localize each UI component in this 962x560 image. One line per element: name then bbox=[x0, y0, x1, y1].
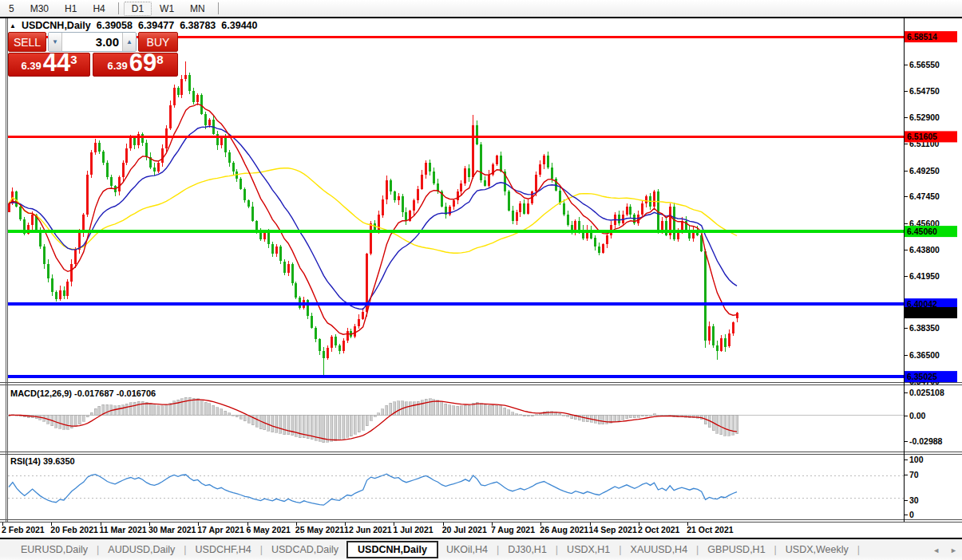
chart-tab-UKOil-H4[interactable]: UKOil,H4 bbox=[438, 542, 496, 558]
svg-text:0.00: 0.00 bbox=[909, 411, 926, 420]
window-frame-divider bbox=[0, 17, 962, 18]
svg-text:6.56550: 6.56550 bbox=[909, 60, 940, 69]
buy-price-display[interactable]: 6.39698 bbox=[93, 53, 178, 77]
tab-separator: | bbox=[857, 544, 860, 555]
date-tick-label: 26 Aug 2021 bbox=[540, 525, 588, 534]
ohlc-high: 6.39477 bbox=[138, 20, 174, 31]
chart-tab-USDCAD-Daily[interactable]: USDCAD,Daily bbox=[263, 542, 346, 558]
date-tick-label: 21 Oct 2021 bbox=[687, 525, 734, 534]
chart-tab-XAUUSD-H4[interactable]: XAUUSD,H4 bbox=[623, 542, 696, 558]
date-tick-label: 1 Jul 2021 bbox=[393, 525, 433, 534]
svg-text:6.35025: 6.35025 bbox=[907, 372, 937, 381]
tab-separator: | bbox=[619, 544, 621, 555]
svg-text:6.38350: 6.38350 bbox=[909, 323, 940, 333]
date-tick-label: 25 May 2021 bbox=[295, 525, 344, 534]
svg-text:6.41950: 6.41950 bbox=[909, 271, 940, 281]
timeframe-H1[interactable]: H1 bbox=[57, 2, 85, 16]
svg-text:70: 70 bbox=[909, 470, 919, 479]
date-tick-label: 2 Feb 2021 bbox=[2, 525, 45, 534]
svg-text:30: 30 bbox=[909, 495, 919, 505]
date-tick-label: 6 May 2021 bbox=[247, 525, 291, 534]
svg-text:-0.02988: -0.02988 bbox=[909, 436, 943, 446]
tab-separator: | bbox=[497, 544, 499, 555]
sell-button[interactable]: SELL bbox=[8, 32, 46, 52]
rsi-label: RSI(14) 39.6350 bbox=[10, 456, 75, 466]
toolbar-separator bbox=[218, 2, 219, 14]
svg-text:100: 100 bbox=[909, 455, 924, 464]
current-price-label: 6.39440 bbox=[905, 307, 957, 318]
chart-tab-USDCNH-Daily[interactable]: USDCNH,Daily bbox=[346, 541, 438, 558]
svg-text:6.49250: 6.49250 bbox=[909, 166, 940, 175]
level-price-label: 6.45060 bbox=[905, 226, 957, 237]
tab-scroll-left-icon[interactable]: ◄ bbox=[932, 546, 940, 554]
chart-tab-USDCHF-H4[interactable]: USDCHF,H4 bbox=[188, 542, 259, 558]
date-tick-label: 17 Apr 2021 bbox=[197, 525, 244, 534]
svg-text:6.54750: 6.54750 bbox=[909, 86, 940, 96]
chart-tabs-bar: EURUSD,Daily|AUDUSD,Daily|USDCHF,H4|USDC… bbox=[0, 538, 962, 560]
svg-text:6.45060: 6.45060 bbox=[907, 227, 937, 236]
date-tick-label: 14 Sep 2021 bbox=[589, 525, 637, 534]
svg-text:6.43800: 6.43800 bbox=[909, 245, 940, 254]
timeframe-toolbar: 5M30H1H4D1W1MN bbox=[0, 0, 962, 17]
timeframe-W1[interactable]: W1 bbox=[152, 2, 182, 16]
tab-separator: | bbox=[260, 544, 263, 555]
tab-separator: | bbox=[184, 544, 186, 555]
ma-line-22 bbox=[9, 126, 737, 309]
timeframe-5[interactable]: 5 bbox=[1, 2, 22, 16]
chart-title: USDCNH,Daily bbox=[22, 20, 91, 31]
chart-tabs-list: EURUSD,Daily|AUDUSD,Daily|USDCHF,H4|USDC… bbox=[13, 541, 861, 558]
svg-text:6.36500: 6.36500 bbox=[909, 350, 940, 360]
timeframe-MN[interactable]: MN bbox=[182, 2, 213, 16]
one-click-trading-panel: SELL ▼ ▲ BUY 6.39443 6.39698 bbox=[8, 32, 178, 77]
ask-price-pip: 8 bbox=[156, 53, 163, 65]
timeframe-H4[interactable]: H4 bbox=[85, 2, 113, 16]
ohlc-close: 6.39440 bbox=[221, 20, 257, 31]
date-tick-label: 12 Jun 2021 bbox=[344, 525, 392, 534]
level-price-label: 6.58514 bbox=[905, 31, 957, 42]
ohlc-open: 6.39058 bbox=[97, 20, 133, 31]
macd-label: MACD(12,26,9) -0.017687 -0.016706 bbox=[10, 388, 156, 398]
tab-separator: | bbox=[556, 544, 558, 555]
svg-text:0.025108: 0.025108 bbox=[909, 388, 944, 397]
tab-separator: | bbox=[97, 544, 99, 555]
rsi-line bbox=[9, 474, 737, 505]
chart-canvas[interactable]: 6.565506.547506.529006.511006.492506.474… bbox=[0, 0, 962, 560]
collapse-icon[interactable]: ▲ bbox=[10, 22, 16, 30]
macd-histogram bbox=[8, 397, 738, 442]
tab-separator: | bbox=[774, 544, 777, 555]
chart-tab-USDX-Weekly[interactable]: USDX,Weekly bbox=[778, 542, 857, 558]
svg-text:6.47450: 6.47450 bbox=[909, 191, 940, 201]
sell-price-display[interactable]: 6.39443 bbox=[8, 53, 90, 77]
level-price-label: 6.51605 bbox=[905, 131, 957, 142]
toolbar-separator bbox=[118, 2, 119, 14]
date-tick-label: 20 Jul 2021 bbox=[442, 525, 487, 534]
bid-price-prefix: 6.39 bbox=[21, 58, 41, 75]
date-tick-label: 30 Mar 2021 bbox=[148, 525, 196, 534]
tab-scroll-arrows: ◄ ► bbox=[932, 546, 957, 554]
level-price-label: 6.35025 bbox=[905, 371, 957, 382]
bid-price-main: 44 bbox=[43, 52, 70, 75]
date-tick-label: 2 Oct 2021 bbox=[638, 525, 680, 534]
timeframe-M30[interactable]: M30 bbox=[22, 2, 57, 16]
chart-tab-USDX-H1[interactable]: USDX,H1 bbox=[559, 542, 618, 558]
date-tick-label: 7 Aug 2021 bbox=[491, 525, 535, 534]
chart-tab-GBPUSD-H1[interactable]: GBPUSD,H1 bbox=[699, 542, 773, 558]
chart-tab-DJ30-H1[interactable]: DJ30,H1 bbox=[500, 542, 555, 558]
chart-tab-EURUSD-Daily[interactable]: EURUSD,Daily bbox=[13, 542, 96, 558]
volume-input[interactable] bbox=[62, 33, 122, 51]
timeframe-D1[interactable]: D1 bbox=[124, 2, 152, 16]
bid-price-pip: 3 bbox=[70, 53, 77, 65]
tab-separator: | bbox=[696, 544, 699, 555]
svg-text:6.58514: 6.58514 bbox=[907, 32, 937, 41]
candlestick-series bbox=[8, 61, 738, 377]
ask-price-main: 69 bbox=[129, 52, 156, 75]
ohlc-low: 6.38783 bbox=[180, 20, 216, 31]
svg-text:6.52900: 6.52900 bbox=[909, 112, 940, 122]
chart-header: ▲ USDCNH,Daily 6.39058 6.39477 6.38783 6… bbox=[10, 20, 258, 31]
svg-text:0: 0 bbox=[909, 510, 914, 519]
chart-tab-AUDUSD-Daily[interactable]: AUDUSD,Daily bbox=[100, 542, 183, 558]
ma-line-10 bbox=[9, 104, 737, 334]
svg-text:6.39440: 6.39440 bbox=[907, 308, 937, 317]
tab-scroll-right-icon[interactable]: ► bbox=[950, 546, 957, 554]
date-tick-label: 20 Feb 2021 bbox=[50, 525, 98, 534]
